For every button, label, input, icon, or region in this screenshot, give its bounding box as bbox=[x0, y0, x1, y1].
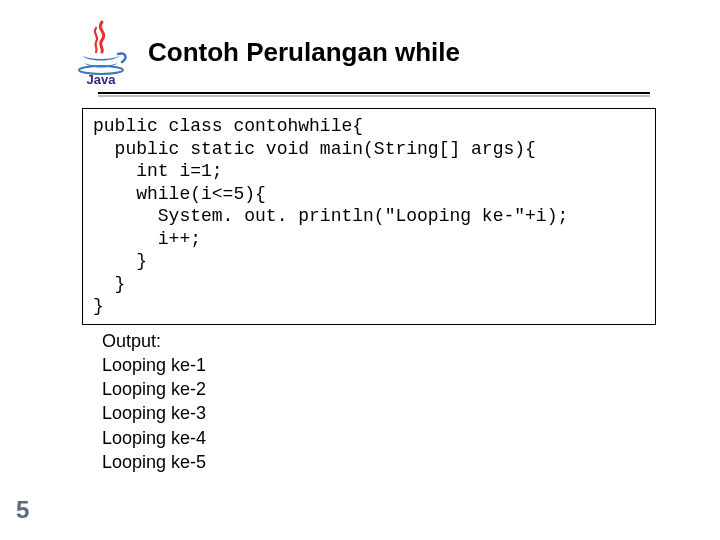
java-logo-text: Java bbox=[87, 72, 117, 86]
code-line: } bbox=[93, 296, 104, 316]
slide-number: 5 bbox=[16, 496, 29, 524]
slide-header: Java Contoh Perulangan while bbox=[72, 18, 690, 86]
code-line: } bbox=[93, 251, 147, 271]
java-logo-icon: Java bbox=[72, 18, 130, 86]
output-line: Looping ke-2 bbox=[102, 377, 690, 401]
output-label: Output: bbox=[102, 329, 690, 353]
code-line: } bbox=[93, 274, 125, 294]
output-line: Looping ke-1 bbox=[102, 353, 690, 377]
output-block: Output: Looping ke-1 Looping ke-2 Loopin… bbox=[102, 329, 690, 475]
code-line: public class contohwhile{ bbox=[93, 116, 363, 136]
code-line: public static void main(String[] args){ bbox=[93, 139, 536, 159]
code-line: int i=1; bbox=[93, 161, 223, 181]
code-block: public class contohwhile{ public static … bbox=[82, 108, 656, 325]
output-line: Looping ke-3 bbox=[102, 401, 690, 425]
code-line: while(i<=5){ bbox=[93, 184, 266, 204]
slide: Java Contoh Perulangan while public clas… bbox=[0, 0, 720, 540]
code-line: System. out. println("Looping ke-"+i); bbox=[93, 206, 568, 226]
output-line: Looping ke-5 bbox=[102, 450, 690, 474]
code-line: i++; bbox=[93, 229, 201, 249]
output-line: Looping ke-4 bbox=[102, 426, 690, 450]
slide-title: Contoh Perulangan while bbox=[148, 37, 460, 68]
divider-line bbox=[98, 92, 650, 94]
